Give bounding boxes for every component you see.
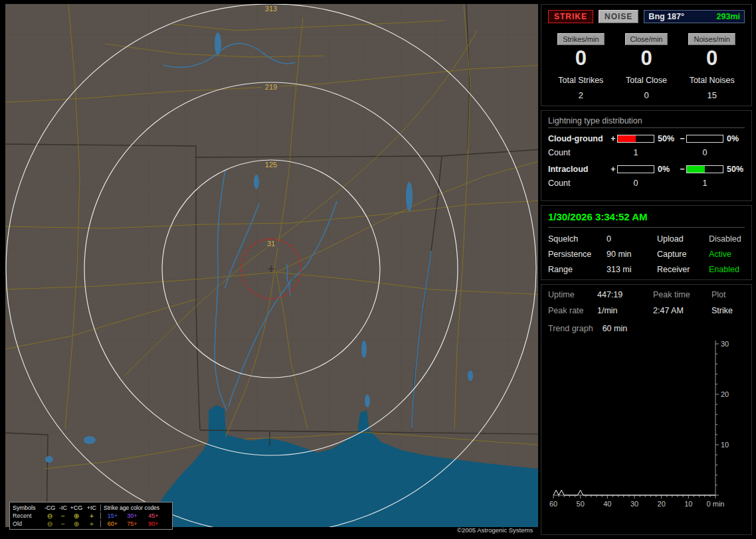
legend-col-pos-cg: +CG <box>70 504 83 511</box>
trend-graph-canvas: 6050403020100 min102030 <box>548 339 747 512</box>
total-noises-value: 15 <box>679 90 745 100</box>
strike-button[interactable]: STRIKE <box>548 10 593 23</box>
count-label: Count <box>548 179 609 188</box>
intracloud-label: Intracloud <box>548 165 609 174</box>
peak-rate-label: Peak rate <box>548 306 597 315</box>
pos-ic-old-icon: + <box>83 521 100 527</box>
rates-section: STRIKE NOISE Bng 187° 293mi Strikes/min … <box>541 4 752 106</box>
total-strikes-value: 2 <box>548 90 614 100</box>
age-badge-15: 15+ <box>100 512 122 519</box>
svg-text:20: 20 <box>721 390 729 398</box>
total-close-label: Total Close <box>614 76 680 85</box>
neg-cg-old-icon: ⊖ <box>43 521 56 527</box>
svg-text:30: 30 <box>721 340 729 348</box>
trend-section: Uptime 447:19 Peak time Plot Peak rate 1… <box>541 284 752 535</box>
capture-status: Active <box>709 250 745 259</box>
squelch-value: 0 <box>607 234 657 244</box>
neg-ic-recent-icon: − <box>56 513 70 519</box>
noises-per-min-value: 0 <box>679 48 745 70</box>
intracloud-neg-pct: 50% <box>723 165 745 174</box>
uptime-label: Uptime <box>548 290 597 299</box>
bearing-indicator: Bng 187° 293mi <box>644 10 745 23</box>
persistence-value: 90 min <box>607 250 657 259</box>
upload-label: Upload <box>657 234 709 244</box>
svg-text:10: 10 <box>684 500 692 508</box>
legend-col-neg-cg: -CG <box>43 504 56 511</box>
noises-column: Noises/min 0 Total Noises 15 <box>679 33 745 100</box>
svg-text:40: 40 <box>603 500 611 508</box>
receiver-label: Receiver <box>657 265 709 274</box>
legend-symbols-title: Symbols <box>13 504 43 511</box>
minus-sign: − <box>678 134 686 143</box>
legend-age-title: Strike age color codes <box>100 504 164 511</box>
receiver-status: Enabled <box>709 265 745 274</box>
strikes-column: Strikes/min 0 Total Strikes 2 <box>548 33 614 100</box>
age-badge-90: 90+ <box>143 520 164 527</box>
svg-text:0 min: 0 min <box>707 500 725 508</box>
close-column: Close/min 0 Total Close 0 <box>614 33 680 100</box>
status-panel: STRIKE NOISE Bng 187° 293mi Strikes/min … <box>541 4 752 535</box>
intracloud-pos-bar <box>617 165 654 173</box>
pos-ic-recent-icon: + <box>83 513 100 519</box>
close-per-min-button[interactable]: Close/min <box>625 33 668 45</box>
peak-time-value: 2:47 AM <box>653 306 711 315</box>
intracloud-count-row: Count 0 1 <box>548 179 745 188</box>
persistence-label: Persistence <box>548 250 607 259</box>
ring-label-219: 219 <box>265 83 277 91</box>
map-canvas: 313 219 125 31 <box>5 4 538 527</box>
neg-ic-old-icon: − <box>56 521 70 527</box>
distribution-title: Lightning type distribution <box>548 116 745 128</box>
total-close-value: 0 <box>614 90 680 100</box>
uptime-value: 447:19 <box>597 290 653 299</box>
cloud-ground-label: Cloud-ground <box>548 134 609 143</box>
upload-status: Disabled <box>709 234 745 244</box>
peak-rate-value: 1/min <box>597 306 653 315</box>
intracloud-neg-count: 1 <box>686 179 723 188</box>
ring-label-313: 313 <box>265 5 277 13</box>
squelch-label: Squelch <box>548 234 607 244</box>
plus-sign: + <box>609 134 617 143</box>
cloud-ground-pos-count: 1 <box>617 148 654 157</box>
total-strikes-label: Total Strikes <box>548 76 614 85</box>
pos-cg-old-icon: ⊕ <box>70 521 83 527</box>
age-badge-30: 30+ <box>122 512 143 519</box>
svg-text:20: 20 <box>658 500 666 508</box>
intracloud-row: Intracloud + 0% − 50% <box>548 165 745 174</box>
cloud-ground-row: Cloud-ground + 50% − 0% <box>548 134 745 143</box>
legend-col-neg-ic: -IC <box>56 504 70 511</box>
svg-text:50: 50 <box>577 500 585 508</box>
pos-cg-recent-icon: ⊕ <box>70 513 83 519</box>
plus-sign: + <box>609 165 617 174</box>
cloud-ground-neg-pct: 0% <box>723 134 745 143</box>
bearing-range: 293mi <box>717 12 740 21</box>
copyright-text: ©2005 Astrogenic Systems <box>457 526 533 534</box>
strikes-per-min-button[interactable]: Strikes/min <box>557 33 604 45</box>
trend-graph: 6050403020100 min102030 <box>548 339 745 512</box>
age-badge-75: 75+ <box>122 520 143 527</box>
trend-graph-label: Trend graph <box>548 324 593 333</box>
legend-row-recent-label: Recent <box>13 512 43 519</box>
cloud-ground-neg-count: 0 <box>686 148 723 157</box>
noises-per-min-button[interactable]: Noises/min <box>688 33 735 45</box>
plot-value: Strike <box>711 306 745 315</box>
strikes-per-min-value: 0 <box>548 48 614 70</box>
ring-label-31: 31 <box>267 240 275 248</box>
svg-text:10: 10 <box>721 441 729 449</box>
range-value: 313 mi <box>607 265 657 274</box>
noise-button[interactable]: NOISE <box>599 10 638 23</box>
distribution-section: Lightning type distribution Cloud-ground… <box>541 110 752 201</box>
map-legend: Symbols -CG -IC +CG +IC Strike age color… <box>9 502 173 530</box>
range-label: Range <box>548 265 607 274</box>
system-status-section: 1/30/2026 3:34:52 AM Squelch 0 Upload Di… <box>541 205 752 280</box>
capture-label: Capture <box>657 250 709 259</box>
ring-label-125: 125 <box>265 161 277 169</box>
legend-col-pos-ic: +IC <box>83 504 100 511</box>
cloud-ground-count-row: Count 1 0 <box>548 148 745 157</box>
count-label: Count <box>548 148 609 157</box>
lightning-map[interactable]: 313 219 125 31 <box>5 4 538 527</box>
system-clock: 1/30/2026 3:34:52 AM <box>548 211 745 228</box>
svg-text:60: 60 <box>549 500 557 508</box>
age-badge-45: 45+ <box>143 512 164 519</box>
trend-window-value: 60 min <box>603 324 628 333</box>
intracloud-neg-bar <box>686 165 723 173</box>
